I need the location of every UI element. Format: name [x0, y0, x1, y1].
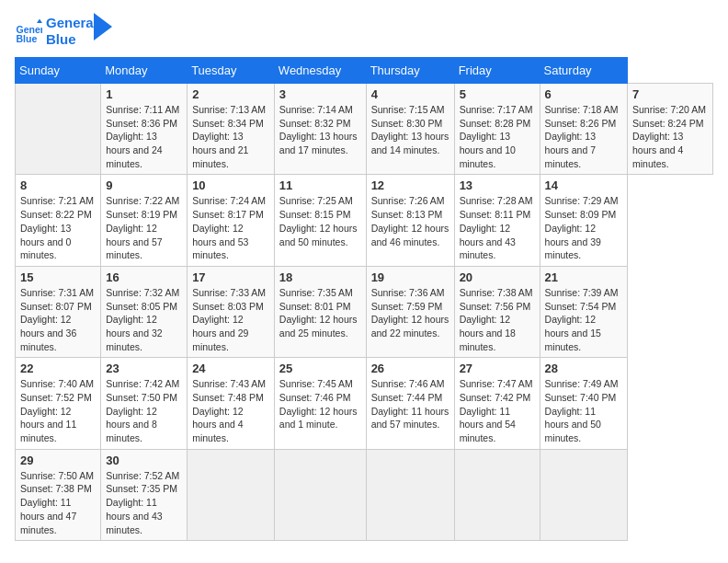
- calendar-cell: [16, 84, 101, 175]
- calendar-cell: 27Sunrise: 7:47 AMSunset: 7:42 PMDayligh…: [454, 358, 540, 449]
- day-detail: Sunrise: 7:15 AMSunset: 8:30 PMDaylight:…: [371, 103, 449, 157]
- calendar-cell: 26Sunrise: 7:46 AMSunset: 7:44 PMDayligh…: [366, 358, 454, 449]
- day-number: 12: [371, 178, 449, 192]
- day-number: 4: [371, 87, 449, 101]
- calendar-cell: 14Sunrise: 7:29 AMSunset: 8:09 PMDayligh…: [540, 175, 627, 266]
- day-detail: Sunrise: 7:39 AMSunset: 7:54 PMDaylight:…: [545, 286, 622, 353]
- calendar-cell: [366, 449, 454, 540]
- day-detail: Sunrise: 7:28 AMSunset: 8:11 PMDaylight:…: [460, 194, 535, 261]
- logo-icon: General Blue: [15, 17, 42, 45]
- logo-line1: General: [46, 15, 97, 31]
- header-cell-tuesday: Tuesday: [188, 58, 275, 84]
- day-detail: Sunrise: 7:35 AMSunset: 8:01 PMDaylight:…: [279, 286, 361, 340]
- calendar-header: SundayMondayTuesdayWednesdayThursdayFrid…: [16, 58, 713, 84]
- day-detail: Sunrise: 7:26 AMSunset: 8:13 PMDaylight:…: [371, 194, 449, 248]
- day-detail: Sunrise: 7:32 AMSunset: 8:05 PMDaylight:…: [106, 286, 182, 353]
- week-row-5: 29Sunrise: 7:50 AMSunset: 7:38 PMDayligh…: [16, 449, 713, 540]
- day-detail: Sunrise: 7:29 AMSunset: 8:09 PMDaylight:…: [545, 194, 622, 261]
- day-detail: Sunrise: 7:20 AMSunset: 8:24 PMDaylight:…: [632, 103, 708, 170]
- day-number: 8: [20, 178, 96, 192]
- day-number: 18: [279, 270, 361, 284]
- calendar-cell: 19Sunrise: 7:36 AMSunset: 7:59 PMDayligh…: [366, 266, 454, 357]
- day-detail: Sunrise: 7:13 AMSunset: 8:34 PMDaylight:…: [192, 103, 269, 170]
- header-cell-thursday: Thursday: [366, 58, 454, 84]
- day-number: 11: [279, 178, 361, 192]
- day-number: 15: [20, 270, 96, 284]
- calendar-cell: 7Sunrise: 7:20 AMSunset: 8:24 PMDaylight…: [627, 84, 712, 175]
- header-cell-sunday: Sunday: [16, 58, 101, 84]
- day-number: 29: [20, 454, 96, 467]
- day-number: 23: [106, 362, 182, 375]
- calendar-cell: 17Sunrise: 7:33 AMSunset: 8:03 PMDayligh…: [188, 266, 275, 357]
- calendar-cell: 15Sunrise: 7:31 AMSunset: 8:07 PMDayligh…: [16, 266, 101, 357]
- week-row-1: 1Sunrise: 7:11 AMSunset: 8:36 PMDaylight…: [16, 84, 713, 175]
- day-number: 16: [106, 270, 182, 284]
- svg-text:Blue: Blue: [17, 33, 38, 44]
- day-detail: Sunrise: 7:24 AMSunset: 8:17 PMDaylight:…: [192, 194, 269, 261]
- day-number: 1: [106, 87, 182, 101]
- calendar-body: 1Sunrise: 7:11 AMSunset: 8:36 PMDaylight…: [16, 84, 713, 541]
- day-number: 21: [545, 270, 622, 284]
- calendar-cell: [454, 449, 540, 540]
- day-detail: Sunrise: 7:42 AMSunset: 7:50 PMDaylight:…: [106, 377, 182, 444]
- day-number: 28: [545, 362, 622, 375]
- day-number: 24: [192, 362, 269, 375]
- calendar-cell: 29Sunrise: 7:50 AMSunset: 7:38 PMDayligh…: [16, 449, 101, 540]
- day-number: 17: [192, 270, 269, 284]
- day-number: 30: [106, 454, 182, 467]
- day-detail: Sunrise: 7:33 AMSunset: 8:03 PMDaylight:…: [192, 286, 269, 353]
- page-header: General Blue General Blue: [15, 15, 713, 48]
- calendar-cell: 9Sunrise: 7:22 AMSunset: 8:19 PMDaylight…: [101, 175, 188, 266]
- day-number: 26: [371, 362, 449, 375]
- calendar-cell: 30Sunrise: 7:52 AMSunset: 7:35 PMDayligh…: [101, 449, 188, 540]
- day-number: 25: [279, 362, 361, 375]
- calendar-table: SundayMondayTuesdayWednesdayThursdayFrid…: [15, 57, 713, 541]
- day-detail: Sunrise: 7:11 AMSunset: 8:36 PMDaylight:…: [106, 103, 182, 170]
- calendar-cell: 21Sunrise: 7:39 AMSunset: 7:54 PMDayligh…: [540, 266, 627, 357]
- day-detail: Sunrise: 7:43 AMSunset: 7:48 PMDaylight:…: [192, 377, 269, 444]
- calendar-cell: 8Sunrise: 7:21 AMSunset: 8:22 PMDaylight…: [16, 175, 101, 266]
- day-detail: Sunrise: 7:49 AMSunset: 7:40 PMDaylight:…: [545, 377, 622, 444]
- calendar-cell: 18Sunrise: 7:35 AMSunset: 8:01 PMDayligh…: [274, 266, 366, 357]
- calendar-cell: 6Sunrise: 7:18 AMSunset: 8:26 PMDaylight…: [540, 84, 627, 175]
- svg-marker-2: [37, 19, 42, 24]
- day-detail: Sunrise: 7:50 AMSunset: 7:38 PMDaylight:…: [20, 469, 96, 536]
- header-cell-monday: Monday: [101, 58, 188, 84]
- logo: General Blue General Blue: [15, 15, 112, 48]
- svg-marker-3: [94, 13, 112, 40]
- logo-chevron: [94, 13, 112, 40]
- calendar-cell: 24Sunrise: 7:43 AMSunset: 7:48 PMDayligh…: [188, 358, 275, 449]
- day-number: 9: [106, 178, 182, 192]
- header-cell-friday: Friday: [454, 58, 540, 84]
- day-number: 7: [632, 87, 708, 101]
- calendar-cell: [274, 449, 366, 540]
- calendar-cell: 5Sunrise: 7:17 AMSunset: 8:28 PMDaylight…: [454, 84, 540, 175]
- day-detail: Sunrise: 7:40 AMSunset: 7:52 PMDaylight:…: [20, 377, 96, 444]
- day-detail: Sunrise: 7:46 AMSunset: 7:44 PMDaylight:…: [371, 377, 449, 431]
- calendar-cell: 13Sunrise: 7:28 AMSunset: 8:11 PMDayligh…: [454, 175, 540, 266]
- day-number: 14: [545, 178, 622, 192]
- calendar-cell: [188, 449, 275, 540]
- calendar-cell: 3Sunrise: 7:14 AMSunset: 8:32 PMDaylight…: [274, 84, 366, 175]
- calendar-cell: 28Sunrise: 7:49 AMSunset: 7:40 PMDayligh…: [540, 358, 627, 449]
- day-number: 19: [371, 270, 449, 284]
- day-detail: Sunrise: 7:36 AMSunset: 7:59 PMDaylight:…: [371, 286, 449, 340]
- day-detail: Sunrise: 7:47 AMSunset: 7:42 PMDaylight:…: [460, 377, 535, 444]
- day-detail: Sunrise: 7:31 AMSunset: 8:07 PMDaylight:…: [20, 286, 96, 353]
- calendar-cell: 11Sunrise: 7:25 AMSunset: 8:15 PMDayligh…: [274, 175, 366, 266]
- week-row-2: 8Sunrise: 7:21 AMSunset: 8:22 PMDaylight…: [16, 175, 713, 266]
- calendar-cell: 2Sunrise: 7:13 AMSunset: 8:34 PMDaylight…: [188, 84, 275, 175]
- day-number: 10: [192, 178, 269, 192]
- day-number: 2: [192, 87, 269, 101]
- day-number: 13: [460, 178, 535, 192]
- day-number: 3: [279, 87, 361, 101]
- calendar-cell: 20Sunrise: 7:38 AMSunset: 7:56 PMDayligh…: [454, 266, 540, 357]
- week-row-4: 22Sunrise: 7:40 AMSunset: 7:52 PMDayligh…: [16, 358, 713, 449]
- logo-line2: Blue: [46, 31, 97, 48]
- day-detail: Sunrise: 7:21 AMSunset: 8:22 PMDaylight:…: [20, 194, 96, 261]
- calendar-cell: 16Sunrise: 7:32 AMSunset: 8:05 PMDayligh…: [101, 266, 188, 357]
- day-number: 20: [460, 270, 535, 284]
- day-number: 6: [545, 87, 622, 101]
- day-detail: Sunrise: 7:18 AMSunset: 8:26 PMDaylight:…: [545, 103, 622, 170]
- calendar-cell: 4Sunrise: 7:15 AMSunset: 8:30 PMDaylight…: [366, 84, 454, 175]
